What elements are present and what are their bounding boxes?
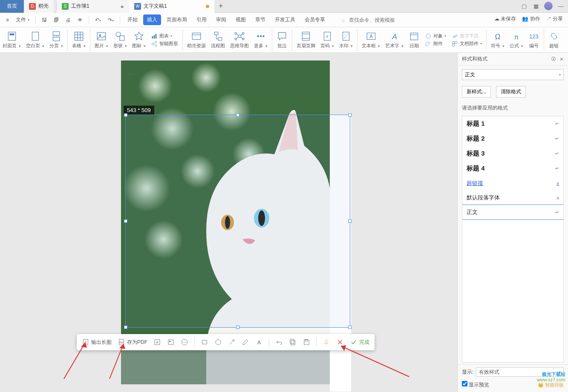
ribbon-cover-page[interactable]: 封面页: [0, 28, 23, 52]
layout-icon[interactable]: ▢: [520, 2, 528, 10]
resize-handle-ne[interactable]: [348, 113, 352, 117]
ribbon-hyperlink[interactable]: 超链: [546, 28, 562, 52]
save-pdf-button[interactable]: PDF存为PDF: [116, 337, 149, 348]
close-panel-icon[interactable]: ✕: [559, 56, 564, 62]
ribbon-icons[interactable]: 图标: [130, 28, 148, 52]
canvas[interactable]: 543 * 509 输出长图 PDF存为PDF A A: [0, 53, 457, 392]
style-body[interactable]: 正文↵: [462, 205, 564, 220]
unsaved-button[interactable]: ☁ 未保存: [494, 15, 516, 23]
image-edit-button[interactable]: [165, 337, 176, 348]
resize-handle-s[interactable]: [236, 326, 239, 329]
clear-format-button[interactable]: 清除格式: [496, 86, 526, 98]
ribbon-flowchart[interactable]: 流程图: [208, 28, 228, 52]
undo-icon[interactable]: ↶▾: [92, 15, 104, 25]
menu-view[interactable]: 视图: [232, 14, 250, 25]
ribbon-formula[interactable]: π公式: [507, 28, 526, 52]
cancel-button[interactable]: [334, 337, 346, 348]
ribbon-date[interactable]: 日期: [406, 28, 422, 52]
circle-tool-button[interactable]: [213, 337, 224, 348]
coop-button[interactable]: 👥 协作: [522, 15, 540, 23]
menu-review[interactable]: 审阅: [212, 14, 230, 25]
save-as-icon[interactable]: 🗐: [51, 15, 61, 25]
print-icon[interactable]: 🖨: [63, 15, 73, 25]
pen-tool-button[interactable]: [240, 337, 251, 348]
ribbon-table[interactable]: 表格: [69, 28, 88, 52]
rect-tool-button[interactable]: [199, 337, 210, 348]
ribbon-watermark[interactable]: 水印: [337, 28, 355, 52]
search-input[interactable]: [349, 17, 409, 23]
done-button[interactable]: 完成: [348, 337, 371, 348]
tab-home[interactable]: 首页: [0, 0, 24, 13]
tab-document[interactable]: W 文字文稿1: [129, 0, 214, 13]
resize-handle-n[interactable]: [236, 113, 239, 117]
print-preview-icon[interactable]: 👁: [75, 15, 85, 25]
menu-devtools[interactable]: 开发工具: [271, 14, 299, 25]
resize-handle-se[interactable]: [348, 326, 352, 329]
undo-tool-button[interactable]: [274, 337, 285, 348]
ribbon-more[interactable]: 更多: [251, 28, 270, 52]
ribbon-symbol[interactable]: Ω符号: [488, 28, 507, 52]
text-tool-button[interactable]: A: [254, 337, 265, 348]
ocr-button[interactable]: A: [152, 337, 163, 348]
menu-page-layout[interactable]: 页面布局: [163, 14, 191, 25]
style-heading-3[interactable]: 标题 3↵: [462, 146, 563, 161]
redo-icon[interactable]: ↷▾: [105, 15, 116, 25]
style-list[interactable]: 标题 1↵ 标题 2↵ 标题 3↵ 标题 4↵ 超链接a 默认段落字体a 正文↵: [462, 116, 564, 363]
menu-insert[interactable]: 插入: [143, 14, 161, 25]
ribbon-picture[interactable]: 图片: [92, 28, 111, 52]
menu-reference[interactable]: 引用: [193, 14, 210, 25]
style-heading-2[interactable]: 标题 2↵: [462, 131, 563, 146]
close-icon[interactable]: ●: [121, 3, 124, 10]
menu-chapter[interactable]: 章节: [251, 14, 269, 25]
menu-start[interactable]: 开始: [124, 14, 141, 25]
new-tab-button[interactable]: +: [214, 2, 228, 11]
pin-panel-icon[interactable]: ⦿: [551, 56, 556, 62]
style-heading-1[interactable]: 标题 1↵: [462, 116, 563, 131]
tab-workbook[interactable]: S 工作簿1 ●: [57, 0, 129, 13]
ribbon-header-footer[interactable]: 页眉页脚: [294, 28, 318, 52]
ribbon-page-break[interactable]: 分页: [47, 28, 66, 52]
resize-handle-nw[interactable]: [124, 113, 127, 117]
tab-dacell[interactable]: D 稻壳: [24, 0, 54, 13]
ribbon-shapes[interactable]: 形状: [111, 28, 130, 52]
style-heading-4[interactable]: 标题 4↵: [462, 161, 563, 176]
new-style-button[interactable]: 新样式...: [462, 86, 491, 98]
ribbon-resource[interactable]: 稻壳资源: [185, 28, 208, 52]
style-default-font[interactable]: 默认段落字体a: [462, 190, 563, 205]
style-hyperlink[interactable]: 超链接a: [462, 176, 563, 190]
pin-tool-button[interactable]: [321, 337, 332, 348]
ribbon-mindmap[interactable]: 思维导图: [228, 28, 251, 52]
ribbon-wordart[interactable]: A艺术字: [383, 28, 406, 52]
copy-tool-button[interactable]: [287, 337, 298, 348]
file-menu[interactable]: 文件▾: [13, 14, 32, 25]
ribbon-textbox[interactable]: A文本框: [359, 28, 383, 52]
save-icon[interactable]: 🖫: [39, 15, 49, 25]
ribbon-blank-page[interactable]: 空白页: [23, 28, 47, 52]
ribbon-comment[interactable]: 批注: [274, 28, 290, 52]
share-button[interactable]: ↗ 分享: [546, 15, 563, 23]
show-preview-checkbox[interactable]: 显示预览: [462, 381, 489, 389]
resize-handle-w[interactable]: [124, 219, 127, 223]
ribbon-docparts[interactable]: 文档部件▾: [451, 40, 482, 47]
current-style-select[interactable]: 正文 ▾: [462, 69, 564, 80]
svg-rect-26: [218, 37, 222, 40]
export-long-image-button[interactable]: 输出长图: [80, 337, 113, 348]
hamburger-icon[interactable]: ≡: [3, 15, 12, 25]
minimize-icon[interactable]: —: [557, 2, 565, 10]
menu-member[interactable]: 会员专享: [301, 14, 329, 25]
screenshot-selection[interactable]: [125, 115, 350, 328]
ribbon-page-number[interactable]: #页码: [318, 28, 337, 52]
ribbon-number[interactable]: 123编号: [526, 28, 542, 52]
resize-handle-sw[interactable]: [124, 326, 127, 329]
ribbon-chart[interactable]: 图表▾: [151, 33, 178, 40]
more-tools-button[interactable]: [179, 337, 190, 348]
resize-handle-e[interactable]: [348, 219, 352, 223]
save-tool-button[interactable]: [301, 337, 312, 348]
ribbon-dropcap[interactable]: A首字下沉: [451, 33, 482, 40]
ribbon-attachment[interactable]: 附件: [425, 40, 446, 47]
ribbon-object[interactable]: 对象▾: [425, 33, 446, 40]
ribbon-smartart[interactable]: 智能图形: [151, 40, 178, 47]
avatar-icon[interactable]: [544, 2, 553, 10]
arrow-tool-button[interactable]: [226, 337, 237, 348]
grid-icon[interactable]: ▦: [532, 2, 540, 10]
